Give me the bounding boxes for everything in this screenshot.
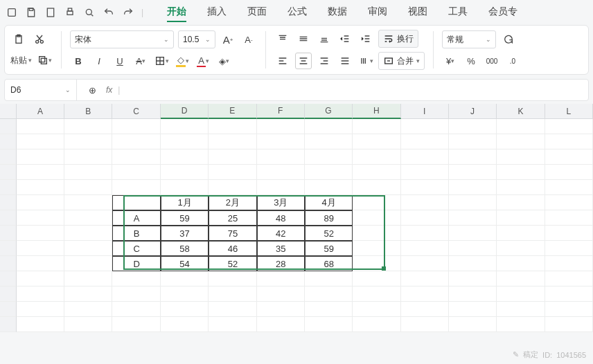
row-header[interactable]: [0, 256, 17, 271]
cell[interactable]: [209, 317, 256, 332]
cell[interactable]: 52: [305, 226, 353, 241]
cell[interactable]: 2月: [209, 195, 256, 210]
row-header[interactable]: [0, 134, 17, 149]
number-format-select[interactable]: 常规⌄: [442, 30, 496, 48]
row-header[interactable]: [0, 210, 17, 226]
spreadsheet-grid[interactable]: ABCDEFGHIJKL 1月2月3月4月A59254889B37754252C…: [0, 104, 593, 332]
row-header[interactable]: [0, 271, 17, 286]
col-header-A[interactable]: A: [17, 104, 64, 119]
underline-button[interactable]: U: [112, 53, 128, 69]
cell[interactable]: [497, 210, 545, 226]
cell[interactable]: [17, 165, 64, 180]
cell[interactable]: [305, 317, 353, 332]
cell[interactable]: [112, 165, 160, 180]
cell[interactable]: [401, 134, 449, 149]
tab-view[interactable]: 视图: [408, 3, 427, 22]
tab-insert[interactable]: 插入: [207, 3, 227, 22]
cell[interactable]: [449, 226, 497, 241]
cell[interactable]: [401, 256, 449, 271]
font-shrink-icon[interactable]: A-: [240, 31, 257, 48]
save-icon[interactable]: [25, 6, 37, 19]
redo-icon[interactable]: [122, 6, 134, 19]
clear-format-button[interactable]: ◈▾: [215, 53, 232, 69]
cell[interactable]: [161, 119, 209, 134]
bold-button[interactable]: B: [70, 53, 87, 69]
cell[interactable]: 48: [257, 210, 305, 226]
cell[interactable]: 25: [209, 210, 256, 226]
cell[interactable]: 59: [161, 210, 209, 226]
tab-data[interactable]: 数据: [328, 3, 347, 22]
cell[interactable]: [545, 149, 593, 165]
cell[interactable]: [497, 226, 545, 241]
tab-page[interactable]: 页面: [247, 3, 267, 22]
cell[interactable]: [449, 165, 497, 180]
cell[interactable]: 52: [209, 256, 256, 271]
cell[interactable]: [257, 286, 305, 302]
cell[interactable]: [64, 210, 112, 226]
cell[interactable]: [209, 302, 256, 317]
cell[interactable]: [64, 226, 112, 241]
cell[interactable]: [209, 165, 256, 180]
cell[interactable]: [64, 317, 112, 332]
cell[interactable]: [64, 256, 112, 271]
cell[interactable]: [545, 271, 593, 286]
cell[interactable]: [305, 134, 353, 149]
paste-label[interactable]: 粘贴▾: [10, 55, 32, 66]
cell[interactable]: [545, 195, 593, 210]
thousands-button[interactable]: 000: [484, 53, 500, 69]
cell[interactable]: [497, 256, 545, 271]
cell[interactable]: [497, 286, 545, 302]
cell[interactable]: [161, 302, 209, 317]
cell[interactable]: 75: [209, 226, 256, 241]
cell[interactable]: [353, 165, 400, 180]
cell[interactable]: [545, 256, 593, 271]
cell[interactable]: 46: [209, 241, 256, 256]
cell[interactable]: 1月: [161, 195, 209, 210]
cell[interactable]: 59: [305, 241, 353, 256]
col-header-G[interactable]: G: [305, 104, 353, 119]
indent-inc-icon[interactable]: [357, 30, 374, 47]
justify-icon[interactable]: [337, 53, 353, 69]
cell[interactable]: [449, 256, 497, 271]
cell[interactable]: [545, 119, 593, 134]
cell[interactable]: [353, 226, 400, 241]
cell[interactable]: 35: [257, 241, 305, 256]
cell[interactable]: [257, 134, 305, 149]
tab-home[interactable]: 开始: [167, 3, 186, 22]
cell[interactable]: [17, 302, 64, 317]
cell[interactable]: [497, 134, 545, 149]
decimal-button[interactable]: .0: [504, 53, 521, 69]
cell[interactable]: [353, 317, 400, 332]
cell[interactable]: D: [112, 256, 160, 271]
cell[interactable]: [401, 149, 449, 165]
cell[interactable]: [353, 271, 400, 286]
preview-icon[interactable]: [83, 6, 96, 19]
indent-dec-icon[interactable]: [337, 30, 353, 47]
col-header-L[interactable]: L: [545, 104, 593, 119]
cell[interactable]: [497, 165, 545, 180]
cell[interactable]: [353, 256, 400, 271]
cell[interactable]: [112, 134, 160, 149]
orientation-icon[interactable]: ▾: [357, 53, 374, 69]
cell[interactable]: [497, 119, 545, 134]
home-icon[interactable]: [6, 6, 18, 19]
cell[interactable]: [161, 165, 209, 180]
cell[interactable]: [449, 195, 497, 210]
cell[interactable]: [112, 271, 160, 286]
currency-button[interactable]: ¥▾: [442, 53, 459, 69]
cell[interactable]: [449, 286, 497, 302]
cell[interactable]: [64, 180, 112, 195]
cell[interactable]: [64, 119, 112, 134]
cell[interactable]: [17, 149, 64, 165]
percent-button[interactable]: %: [463, 53, 479, 69]
tab-tools[interactable]: 工具: [448, 3, 468, 22]
cell[interactable]: [401, 210, 449, 226]
cell[interactable]: [353, 134, 400, 149]
expand-icon[interactable]: ⊕: [84, 82, 100, 98]
cell[interactable]: [353, 119, 400, 134]
col-header-K[interactable]: K: [497, 104, 545, 119]
cell[interactable]: [401, 180, 449, 195]
paste-icon[interactable]: [10, 31, 27, 48]
cell[interactable]: [17, 317, 64, 332]
cell[interactable]: [401, 317, 449, 332]
